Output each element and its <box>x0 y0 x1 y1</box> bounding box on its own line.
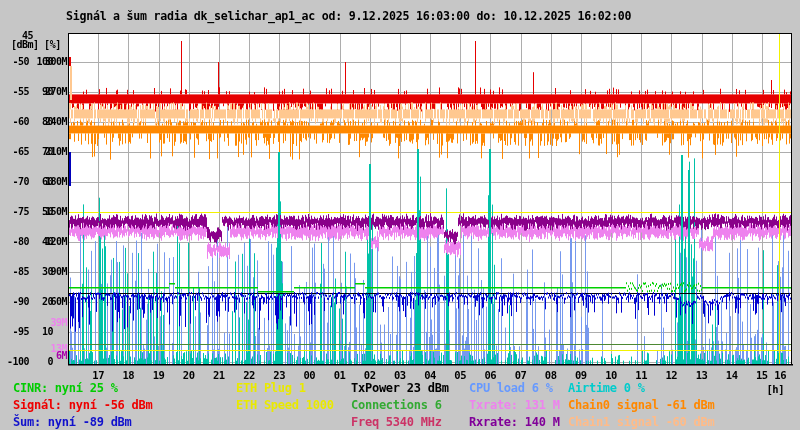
legend-freq: Freq 5340 MHz <box>351 415 442 429</box>
x-axis-unit-label: [h] <box>758 383 784 395</box>
rrd-graph-window: -50100300M-5590270M-6080240M-6570210M-70… <box>0 0 800 430</box>
legend-eth-speed: ETH Speed 1000 <box>236 398 334 412</box>
legend-chain0: Chain0 signal -61 dBm <box>568 398 714 412</box>
legend-chain1: Chain1 signal -60 dBm <box>568 415 714 429</box>
legend-noise: Šum: nyní -89 dBm <box>13 415 132 429</box>
signal-noise-chart <box>0 0 800 430</box>
legend-airtime: Airtime 0 % <box>568 381 645 395</box>
y-axis-unit-label: [dBm] [%] <box>11 39 61 50</box>
legend-signal: Signál: nyní -56 dBm <box>13 398 153 412</box>
legend-cinr: CINR: nyní 25 % <box>13 381 118 395</box>
legend-txrate: Txrate: 131 M <box>469 398 560 412</box>
legend-rxrate: Rxrate: 140 M <box>469 415 560 429</box>
legend-connections: Connections 6 <box>351 398 442 412</box>
legend-eth-plug: ETH Plug 1 <box>236 381 306 395</box>
legend-cpu-load: CPU load 6 % <box>469 381 553 395</box>
page-title: Signál a šum radia dk_selichar_ap1_ac od… <box>66 9 631 23</box>
legend-txpower: TxPower 23 dBm <box>351 381 449 395</box>
